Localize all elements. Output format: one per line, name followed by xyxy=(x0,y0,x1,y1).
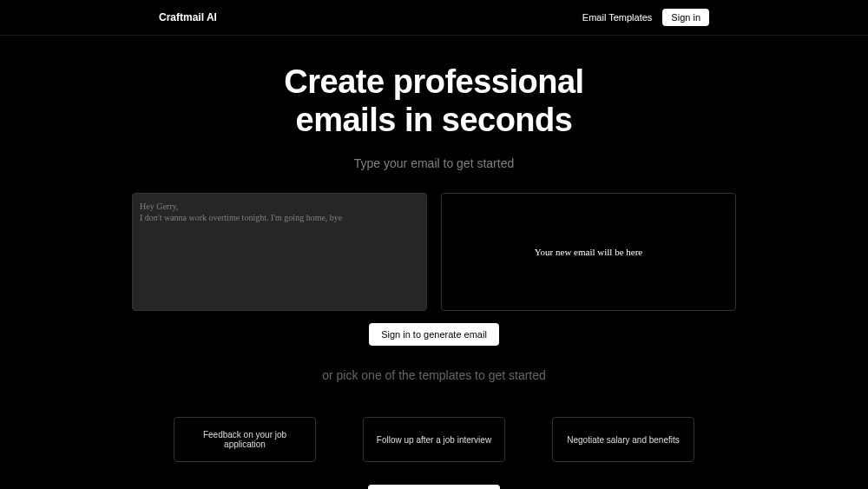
hero-title: Create professional emails in seconds xyxy=(0,63,868,139)
logo[interactable]: Craftmail AI xyxy=(159,11,217,23)
template-card-feedback[interactable]: Feedback on your job application xyxy=(174,417,316,462)
nav-email-templates[interactable]: Email Templates xyxy=(582,12,653,23)
see-more-button[interactable]: See more templates here xyxy=(368,485,500,489)
templates: Feedback on your job application Follow … xyxy=(0,417,868,462)
template-card-negotiate[interactable]: Negotiate salary and benefits xyxy=(552,417,694,462)
hero-title-line2: emails in seconds xyxy=(296,102,573,138)
panels: Hey Gerry, I don't wanna work overtime t… xyxy=(0,193,868,311)
input-line1: Hey Gerry, xyxy=(140,201,419,212)
input-line2: I don't wanna work overtime tonight. I'm… xyxy=(140,212,419,223)
main: Create professional emails in seconds Ty… xyxy=(0,36,868,489)
hero-subtitle: Type your email to get started xyxy=(0,156,868,170)
template-card-followup[interactable]: Follow up after a job interview xyxy=(363,417,505,462)
header: Craftmail AI Email Templates Sign in xyxy=(0,0,868,36)
generate-button[interactable]: Sign in to generate email xyxy=(369,323,499,346)
hero-title-line1: Create professional xyxy=(284,63,583,100)
output-placeholder: Your new email will be here xyxy=(535,247,642,257)
signin-button[interactable]: Sign in xyxy=(662,9,709,26)
nav-right: Email Templates Sign in xyxy=(582,9,709,26)
templates-label: or pick one of the templates to get star… xyxy=(0,368,868,382)
email-input[interactable]: Hey Gerry, I don't wanna work overtime t… xyxy=(132,193,427,311)
email-output: Your new email will be here xyxy=(441,193,736,311)
